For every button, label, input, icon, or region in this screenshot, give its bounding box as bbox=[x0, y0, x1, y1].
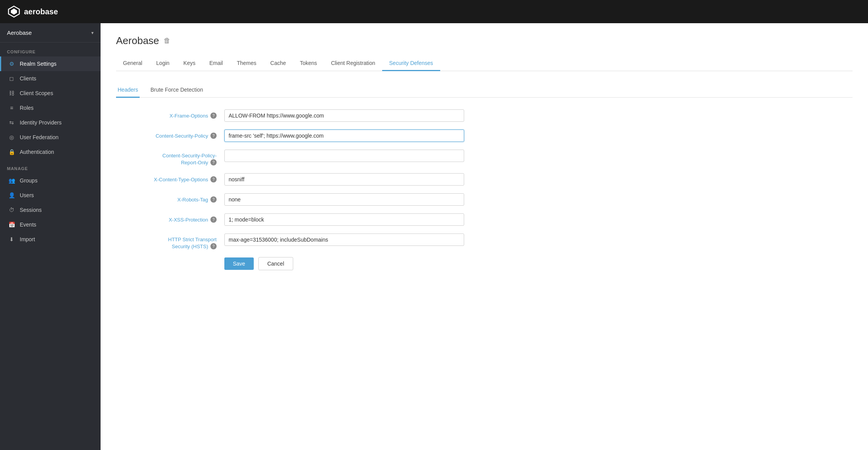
hsts-label1: HTTP Strict Transport bbox=[168, 237, 217, 242]
form-row-x-xss-protection: X-XSS-Protection ? bbox=[116, 213, 464, 226]
csp-report-only-label: Content-Security-Policy- bbox=[162, 153, 217, 159]
realm-chevron-icon: ▾ bbox=[91, 30, 94, 36]
logo-icon bbox=[8, 5, 20, 18]
tab-email[interactable]: Email bbox=[202, 56, 230, 71]
form-row-x-frame-options: X-Frame-Options ? bbox=[116, 109, 464, 122]
sidebar-item-client-scopes[interactable]: ⛓ Client Scopes bbox=[0, 86, 101, 101]
sidebar-item-roles[interactable]: ≡ Roles bbox=[0, 101, 101, 115]
sidebar-item-users[interactable]: 👤 Users bbox=[0, 188, 101, 203]
hsts-help-icon[interactable]: ? bbox=[210, 243, 217, 249]
sidebar-item-label: Users bbox=[20, 192, 34, 198]
sidebar-item-label: Groups bbox=[20, 177, 38, 184]
trash-icon[interactable]: 🗑 bbox=[164, 37, 171, 45]
sidebar-item-label: User Federation bbox=[20, 134, 58, 140]
tab-general[interactable]: General bbox=[116, 56, 149, 71]
sidebar-item-label: Roles bbox=[20, 105, 34, 111]
content-area: Aerobase 🗑 General Login Keys Email Them… bbox=[101, 23, 868, 450]
tabs-row: General Login Keys Email Themes Cache To… bbox=[116, 56, 853, 71]
realm-selector[interactable]: Aerobase ▾ bbox=[0, 23, 101, 43]
button-row: Save Cancel bbox=[116, 257, 464, 270]
hsts-label2: Security (HSTS) bbox=[172, 244, 208, 249]
sidebar-item-realm-settings[interactable]: ⚙ Realm Settings bbox=[0, 56, 101, 71]
sidebar-item-label: Authentication bbox=[20, 149, 54, 155]
import-icon: ⬇ bbox=[8, 236, 15, 243]
sidebar-item-label: Client Scopes bbox=[20, 90, 53, 96]
x-frame-options-input[interactable] bbox=[224, 109, 464, 122]
logo: aerobase bbox=[8, 5, 58, 18]
tab-login[interactable]: Login bbox=[149, 56, 176, 71]
hsts-input[interactable] bbox=[224, 234, 464, 246]
x-content-type-options-label: X-Content-Type-Options bbox=[154, 177, 208, 182]
content-security-policy-label: Content-Security-Policy bbox=[155, 133, 208, 139]
realm-settings-icon: ⚙ bbox=[8, 60, 15, 67]
tab-keys[interactable]: Keys bbox=[176, 56, 202, 71]
x-frame-options-label: X-Frame-Options bbox=[169, 113, 208, 119]
form-row-x-robots-tag: X-Robots-Tag ? bbox=[116, 193, 464, 206]
logo-text: aerobase bbox=[24, 7, 58, 16]
csp-report-only-input[interactable] bbox=[224, 150, 464, 162]
authentication-icon: 🔒 bbox=[8, 148, 15, 155]
client-scopes-icon: ⛓ bbox=[8, 90, 15, 97]
roles-icon: ≡ bbox=[8, 104, 15, 111]
sidebar-item-clients[interactable]: ◻ Clients bbox=[0, 71, 101, 86]
tab-themes[interactable]: Themes bbox=[230, 56, 263, 71]
user-federation-icon: ◎ bbox=[8, 134, 15, 141]
sessions-icon: ⏱ bbox=[8, 206, 15, 213]
form-row-hsts: HTTP Strict Transport Security (HSTS) ? bbox=[116, 234, 464, 249]
sidebar-item-events[interactable]: 📅 Events bbox=[0, 217, 101, 232]
content-security-policy-input[interactable] bbox=[224, 130, 464, 142]
page-title: Aerobase bbox=[116, 35, 159, 47]
identity-providers-icon: ⇆ bbox=[8, 119, 15, 126]
x-robots-tag-label: X-Robots-Tag bbox=[178, 197, 208, 203]
form-row-x-content-type-options: X-Content-Type-Options ? bbox=[116, 173, 464, 186]
configure-section-label: Configure bbox=[0, 43, 101, 56]
sidebar-item-label: Clients bbox=[20, 75, 36, 82]
sidebar-item-label: Import bbox=[20, 236, 35, 242]
sidebar-item-identity-providers[interactable]: ⇆ Identity Providers bbox=[0, 115, 101, 130]
tab-security-defenses[interactable]: Security Defenses bbox=[382, 56, 440, 71]
csp-report-only-help-icon[interactable]: ? bbox=[210, 159, 217, 165]
realm-name: Aerobase bbox=[7, 29, 32, 36]
content-security-policy-help-icon[interactable]: ? bbox=[210, 133, 217, 139]
sidebar-item-import[interactable]: ⬇ Import bbox=[0, 232, 101, 247]
csp-report-only-label2: Report-Only bbox=[181, 160, 208, 165]
sidebar-item-sessions[interactable]: ⏱ Sessions bbox=[0, 203, 101, 217]
sidebar: Aerobase ▾ Configure ⚙ Realm Settings ◻ … bbox=[0, 23, 101, 450]
page-title-row: Aerobase 🗑 bbox=[116, 35, 853, 47]
topbar: aerobase bbox=[0, 0, 868, 23]
x-content-type-options-help-icon[interactable]: ? bbox=[210, 176, 217, 182]
tab-tokens[interactable]: Tokens bbox=[293, 56, 324, 71]
sidebar-item-label: Sessions bbox=[20, 207, 42, 213]
sidebar-item-label: Identity Providers bbox=[20, 119, 62, 126]
x-robots-tag-input[interactable] bbox=[224, 193, 464, 206]
subtab-headers[interactable]: Headers bbox=[116, 83, 140, 98]
x-content-type-options-input[interactable] bbox=[224, 173, 464, 186]
events-icon: 📅 bbox=[8, 221, 15, 228]
clients-icon: ◻ bbox=[8, 75, 15, 82]
form-section: X-Frame-Options ? Content-Security-Polic… bbox=[116, 109, 464, 270]
x-frame-options-help-icon[interactable]: ? bbox=[210, 112, 217, 119]
x-robots-tag-help-icon[interactable]: ? bbox=[210, 196, 217, 203]
subtab-brute-force[interactable]: Brute Force Detection bbox=[149, 83, 205, 98]
save-button[interactable]: Save bbox=[224, 257, 254, 270]
x-xss-protection-help-icon[interactable]: ? bbox=[210, 216, 217, 223]
main-layout: Aerobase ▾ Configure ⚙ Realm Settings ◻ … bbox=[0, 23, 868, 450]
x-xss-protection-input[interactable] bbox=[224, 213, 464, 226]
users-icon: 👤 bbox=[8, 192, 15, 199]
form-row-csp-report-only: Content-Security-Policy- Report-Only ? bbox=[116, 150, 464, 165]
manage-section-label: Manage bbox=[0, 159, 101, 173]
sidebar-item-authentication[interactable]: 🔒 Authentication bbox=[0, 145, 101, 159]
form-row-content-security-policy: Content-Security-Policy ? bbox=[116, 130, 464, 142]
subtabs-row: Headers Brute Force Detection bbox=[116, 83, 853, 98]
svg-marker-1 bbox=[11, 9, 17, 15]
sidebar-item-user-federation[interactable]: ◎ User Federation bbox=[0, 130, 101, 145]
sidebar-item-label: Realm Settings bbox=[20, 61, 56, 67]
tab-cache[interactable]: Cache bbox=[263, 56, 293, 71]
groups-icon: 👥 bbox=[8, 177, 15, 184]
sidebar-item-groups[interactable]: 👥 Groups bbox=[0, 173, 101, 188]
x-xss-protection-label: X-XSS-Protection bbox=[169, 217, 208, 223]
sidebar-item-label: Events bbox=[20, 222, 36, 228]
cancel-button[interactable]: Cancel bbox=[258, 257, 293, 270]
tab-client-registration[interactable]: Client Registration bbox=[324, 56, 382, 71]
